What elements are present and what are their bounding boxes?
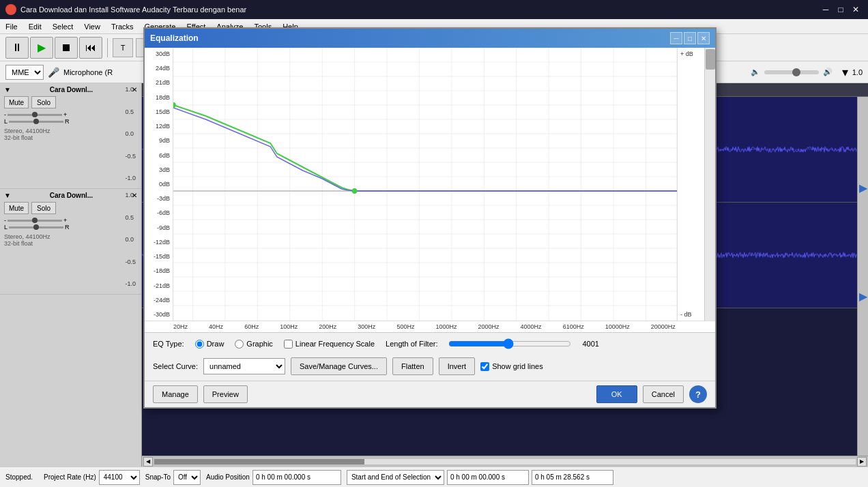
- horizontal-scrollbar[interactable]: ◀ ▶: [142, 456, 868, 467]
- stop-button[interactable]: ⏹: [55, 37, 78, 59]
- eq-right-buttons: OK Cancel ?: [596, 385, 707, 403]
- menu-view[interactable]: View: [78, 19, 106, 33]
- audio-position-label: Audio Position: [206, 473, 250, 481]
- eq-chart-svg[interactable]: [173, 48, 677, 321]
- filter-length-label: Length of Filter:: [386, 340, 437, 348]
- graphic-label: Graphic: [246, 340, 273, 348]
- show-grid-text: Show grid lines: [492, 362, 543, 370]
- select-curve-dropdown[interactable]: unnamed: [203, 358, 285, 374]
- eq-dialog-buttons: Manage Preview OK Cancel ?: [145, 381, 715, 407]
- track-2-pan-l: L: [4, 224, 8, 231]
- manage-btn[interactable]: Manage: [153, 385, 198, 403]
- invert-btn[interactable]: Invert: [439, 357, 476, 375]
- selection-type-select[interactable]: Start and End of Selection: [347, 470, 444, 485]
- eq-minimize-btn[interactable]: ─: [670, 32, 682, 44]
- mic-icon: 🎤: [48, 67, 59, 78]
- right-arrow-1[interactable]: ▶: [859, 181, 867, 194]
- track-1-mute-btn[interactable]: Mute: [4, 96, 29, 108]
- graphic-radio[interactable]: [235, 340, 244, 349]
- snap-to-label: Snap-To: [145, 473, 171, 481]
- vertical-scrollbar[interactable]: ▶ ▶: [857, 97, 868, 456]
- separator-1: [107, 38, 108, 57]
- track-2-mute-btn[interactable]: Mute: [4, 202, 29, 214]
- track-1-pan-slider[interactable]: [9, 121, 63, 123]
- snap-to-section: Snap-To Off: [145, 470, 201, 485]
- scroll-arrows: ▶ ▶: [858, 97, 868, 306]
- selection-end-input[interactable]: [532, 470, 613, 485]
- draw-radio[interactable]: [195, 340, 204, 349]
- track-1-gain-minus: -: [4, 111, 6, 118]
- track-1-expand[interactable]: ▼: [4, 86, 11, 93]
- eq-point-1[interactable]: [173, 102, 176, 108]
- draw-label: Draw: [207, 340, 225, 348]
- eq-vertical-scrollbar[interactable]: [704, 48, 715, 321]
- volume-up-icon: 🔊: [823, 68, 833, 76]
- ok-btn[interactable]: OK: [596, 385, 637, 403]
- linear-freq-text: Linear Frequency Scale: [295, 340, 375, 348]
- api-select[interactable]: MME: [5, 65, 44, 80]
- track-1-info: Stereo, 44100Hz 32-bit float: [4, 128, 137, 141]
- snap-to-select[interactable]: Off: [173, 470, 201, 485]
- selection-start-input[interactable]: [447, 470, 529, 485]
- eq-close-btn[interactable]: ✕: [697, 32, 710, 44]
- eq-chart-wrapper[interactable]: [173, 48, 677, 321]
- project-rate-select[interactable]: 44100: [99, 470, 140, 485]
- track-2-gain: - +: [4, 217, 137, 224]
- maximize-button[interactable]: □: [834, 3, 848, 16]
- menu-file[interactable]: File: [0, 19, 23, 33]
- menu-tracks[interactable]: Tracks: [106, 19, 139, 33]
- scrollbar-track[interactable]: [154, 459, 856, 464]
- save-manage-btn[interactable]: Save/Manage Curves...: [291, 357, 387, 375]
- track-2-solo-btn[interactable]: Solo: [31, 202, 56, 214]
- output-icon: ▾: [842, 65, 848, 80]
- menu-edit[interactable]: Edit: [23, 19, 47, 33]
- eq-scrollbar-thumb[interactable]: [706, 49, 715, 70]
- close-button[interactable]: ✕: [849, 3, 863, 16]
- eq-y-axis-right: + dB - dB: [677, 48, 704, 321]
- track-2-pan-r: R: [65, 224, 70, 231]
- scrollbar-thumb[interactable]: [154, 459, 364, 464]
- track-2-gain-slider[interactable]: [8, 220, 62, 222]
- menu-select[interactable]: Select: [47, 19, 79, 33]
- playback-vol-label: 1.0: [852, 68, 863, 76]
- eq-y-right-top: + dB: [680, 50, 701, 57]
- selection-section: Start and End of Selection: [347, 470, 613, 485]
- track-2-expand[interactable]: ▼: [4, 192, 11, 199]
- right-arrow-2[interactable]: ▶: [859, 290, 867, 303]
- prev-button[interactable]: ⏮: [79, 37, 102, 59]
- track-1-header: ▼ Cara Downl... ✕: [4, 86, 137, 93]
- track-2-scale: 1.0 0.5 0.0 -0.5 -1.0: [125, 192, 136, 287]
- filter-length-slider[interactable]: [448, 338, 571, 349]
- help-btn[interactable]: ?: [689, 385, 707, 403]
- volume-slider[interactable]: [764, 70, 819, 74]
- audio-position-section: Audio Position: [206, 470, 341, 485]
- track-2-pan-slider[interactable]: [9, 226, 63, 228]
- track-1-gain-plus: +: [63, 111, 67, 118]
- track-2-info: Stereo, 44100Hz 32-bit float: [4, 233, 137, 247]
- eq-left-buttons: Manage Preview: [153, 385, 248, 403]
- eq-maximize-btn[interactable]: □: [684, 32, 696, 44]
- flatten-btn[interactable]: Flatten: [392, 357, 433, 375]
- eq-window-controls: ─ □ ✕: [670, 32, 710, 44]
- scroll-right-btn[interactable]: ▶: [857, 457, 867, 467]
- transport-controls: ⏸ ▶ ⏹ ⏮: [5, 37, 102, 59]
- track-1-solo-btn[interactable]: Solo: [31, 96, 56, 108]
- play-button[interactable]: ▶: [30, 37, 53, 59]
- eq-point-2[interactable]: [352, 188, 358, 194]
- show-grid-checkbox[interactable]: [480, 362, 489, 371]
- pause-button[interactable]: ⏸: [5, 37, 29, 59]
- minimize-button[interactable]: ─: [819, 3, 833, 16]
- track-1-gain-slider[interactable]: [8, 114, 62, 116]
- eq-type-label: EQ Type:: [153, 340, 184, 348]
- graphic-radio-label: Graphic: [235, 340, 273, 349]
- preview-btn[interactable]: Preview: [203, 385, 248, 403]
- window-title: Cara Download dan Install Software Audac…: [20, 5, 819, 14]
- track-2-pan: L R: [4, 224, 137, 231]
- window-controls: ─ □ ✕: [819, 3, 863, 16]
- scroll-left-btn[interactable]: ◀: [143, 457, 153, 467]
- audio-position-input[interactable]: [252, 470, 341, 485]
- track-2-mute-solo: Mute Solo: [4, 202, 137, 214]
- linear-freq-checkbox[interactable]: [284, 340, 293, 349]
- cancel-btn[interactable]: Cancel: [643, 385, 684, 403]
- tool-select[interactable]: T: [113, 38, 133, 57]
